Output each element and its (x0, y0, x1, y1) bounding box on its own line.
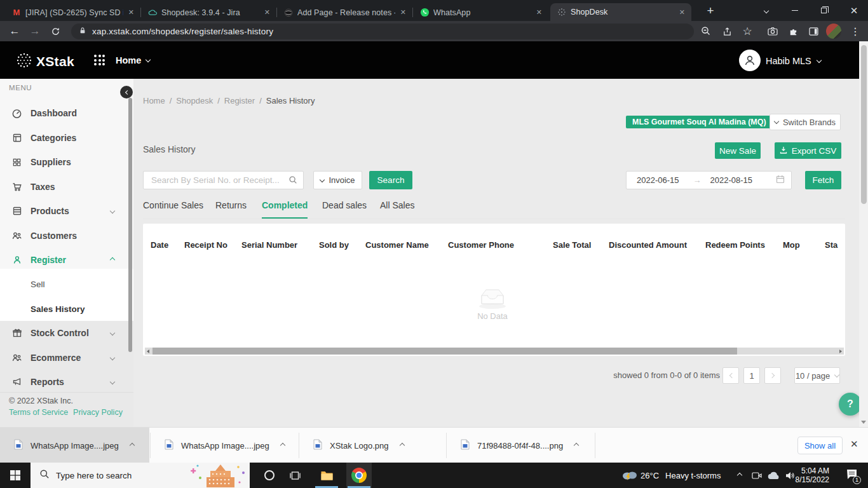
sidebar-item-products[interactable]: Products (0, 199, 133, 223)
tab-close-icon[interactable]: ✕ (535, 8, 543, 17)
profile-avatar[interactable] (824, 21, 843, 41)
downloads-close-icon[interactable]: ✕ (850, 438, 858, 450)
tab-continue-sales[interactable]: Continue Sales (143, 200, 203, 217)
file-explorer-button[interactable] (314, 463, 339, 488)
sidebar-item-suppliers[interactable]: Suppliers (0, 150, 133, 174)
window-minimize-button[interactable] (782, 0, 808, 21)
pagination-next-button[interactable] (764, 367, 781, 384)
tab-returns[interactable]: Returns (215, 200, 247, 217)
tab-completed[interactable]: Completed (262, 200, 308, 219)
show-all-button[interactable]: Show all (797, 437, 843, 454)
search-button[interactable]: Search (369, 171, 412, 189)
invoice-dropdown[interactable]: Invoice (313, 171, 362, 189)
new-sale-button[interactable]: New Sale (715, 142, 761, 159)
tab-close-icon[interactable]: ✕ (678, 8, 686, 17)
search-icon[interactable] (288, 175, 298, 187)
browser-tab-shopdesk-active[interactable]: ShopDesk ✕ (550, 3, 691, 21)
forward-button[interactable]: → (25, 21, 44, 41)
page-size-select[interactable]: 10 / page (794, 367, 840, 384)
scroll-right-arrow-icon[interactable] (839, 349, 842, 353)
nav-home-dropdown[interactable]: Home (116, 55, 150, 65)
download-item[interactable]: XStak Logo.png (299, 428, 446, 463)
taskbar-search-box[interactable] (31, 463, 250, 488)
sidebar-item-dashboard[interactable]: Dashboard (0, 101, 133, 125)
new-tab-button[interactable]: + (699, 0, 722, 21)
user-avatar[interactable] (739, 50, 761, 71)
address-bar[interactable]: xap.xstak.com/shopdesk/register/sales-hi… (71, 24, 694, 39)
extensions-puzzle-icon[interactable] (783, 21, 803, 41)
terms-of-service-link[interactable]: Terms of Service (9, 408, 68, 417)
tab-close-icon[interactable]: ✕ (399, 8, 407, 17)
side-panel-icon[interactable] (804, 21, 823, 41)
task-view-button[interactable] (282, 463, 308, 488)
help-fab-button[interactable]: ? (839, 393, 862, 416)
sidebar-item-taxes[interactable]: Taxes (0, 175, 133, 199)
breadcrumb-shopdesk[interactable]: Shopdesk (176, 96, 213, 105)
switch-brands-button[interactable]: Switch Brands (770, 114, 841, 130)
sidebar-item-categories[interactable]: Categories (0, 126, 133, 150)
zoom-icon[interactable] (696, 21, 715, 41)
download-item[interactable]: WhatsApp Image....jpeg (151, 428, 299, 463)
camera-icon[interactable] (763, 21, 782, 41)
user-menu[interactable]: Habib MLS (766, 56, 821, 66)
sidebar-item-customers[interactable]: Customers (0, 224, 133, 248)
privacy-policy-link[interactable]: Privacy Policy (73, 408, 123, 417)
sidebar-item-stock-control[interactable]: Stock Control (0, 321, 133, 345)
export-csv-button[interactable]: Export CSV (775, 142, 841, 159)
browser-tab-add-page[interactable]: Add Page - Release notes - S ✕ (277, 4, 412, 21)
pagination-prev-button[interactable] (722, 367, 739, 384)
window-restore-button[interactable] (811, 0, 836, 21)
sidebar-collapse-button[interactable] (120, 86, 133, 98)
tab-dead-sales[interactable]: Dead sales (322, 200, 367, 217)
onedrive-cloud-icon[interactable] (765, 463, 783, 488)
taskbar-clock[interactable]: 5:04 AM 8/15/2022 (796, 466, 829, 484)
sidebar-subitem-sell[interactable]: Sell (0, 272, 133, 296)
bookmark-star-icon[interactable]: ☆ (738, 21, 757, 41)
chevron-up-icon[interactable] (130, 443, 135, 448)
sidebar-subitem-sales-history[interactable]: Sales History (0, 297, 133, 321)
browser-tab-shopdesk-jira[interactable]: Shopdesk: 3.9.4 - Jira ✕ (141, 4, 276, 21)
weather-icon[interactable] (620, 463, 639, 488)
scroll-left-arrow-icon[interactable] (147, 349, 149, 353)
download-item[interactable]: WhatsApp Image....jpeg (0, 428, 149, 463)
browser-tab-whatsapp[interactable]: WhatsApp ✕ (413, 4, 548, 21)
vertical-scroll-thumb[interactable] (861, 45, 867, 204)
taskbar-search-input[interactable] (56, 471, 151, 480)
sidebar-item-reports[interactable]: Reports (0, 370, 133, 394)
tab-search-chevron[interactable] (754, 0, 779, 21)
date-range-picker[interactable]: 2022-06-15 → 2022-08-15 (626, 171, 792, 189)
download-item[interactable]: 71f98488-0f4f-48....png (447, 428, 595, 463)
weather-widget[interactable]: 26°C Heavy t-storms (641, 463, 721, 488)
browser-menu-icon[interactable]: ⋮ (846, 21, 865, 41)
search-input[interactable] (143, 171, 304, 189)
chrome-taskbar-button[interactable] (346, 463, 372, 488)
breadcrumb-home[interactable]: Home (143, 96, 165, 105)
sidebar-item-register[interactable]: Register (0, 248, 133, 272)
apps-grid-icon[interactable] (94, 55, 105, 65)
table-horizontal-scrollbar[interactable] (145, 348, 844, 355)
chevron-up-icon[interactable] (574, 443, 579, 448)
tray-expand-button[interactable] (731, 463, 749, 488)
start-button[interactable] (0, 463, 31, 488)
reload-button[interactable] (46, 21, 65, 41)
cortana-button[interactable] (257, 463, 282, 488)
window-close-button[interactable]: ✕ (841, 0, 867, 21)
tab-close-icon[interactable]: ✕ (127, 8, 135, 17)
search-highlight-illustration[interactable] (190, 463, 248, 488)
page-vertical-scrollbar[interactable] (859, 41, 868, 427)
chevron-up-icon[interactable] (399, 443, 404, 448)
chevron-up-icon[interactable] (280, 443, 285, 448)
meet-now-icon[interactable] (749, 463, 765, 488)
action-center-button[interactable]: 1 (840, 463, 864, 488)
sidebar-item-ecommerce[interactable]: Ecommerce (0, 346, 133, 370)
pagination-page-1[interactable]: 1 (743, 367, 760, 384)
breadcrumb-register[interactable]: Register (224, 96, 255, 105)
tab-close-icon[interactable]: ✕ (263, 8, 271, 17)
fetch-button[interactable]: Fetch (805, 171, 841, 189)
scroll-down-arrow-icon[interactable] (861, 421, 866, 424)
horizontal-scroll-thumb[interactable] (153, 348, 737, 355)
back-button[interactable]: ← (5, 21, 24, 41)
tab-all-sales[interactable]: All Sales (380, 200, 414, 217)
share-icon[interactable] (717, 21, 736, 41)
browser-tab-jira-mail[interactable]: M [JIRA] (SD-2625) Sync SD inve ✕ (5, 4, 140, 21)
